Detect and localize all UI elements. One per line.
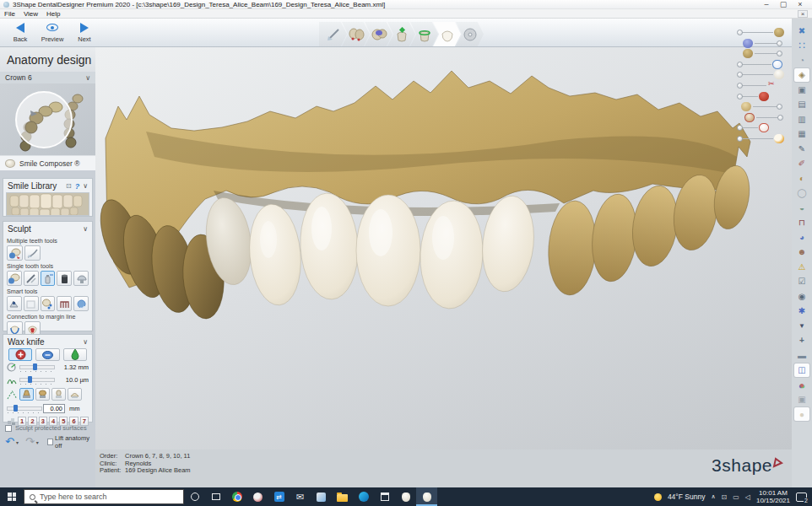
preview-button[interactable]: Preview	[37, 21, 68, 45]
stamp-style-1-button[interactable]	[19, 388, 34, 401]
volume-icon[interactable]: ◁	[745, 493, 750, 501]
snapshot-icon[interactable]: ◉	[794, 289, 809, 303]
rotate-view-icon[interactable]: ◔	[794, 53, 809, 67]
layer-slider-situ-scan[interactable]	[733, 48, 787, 59]
teamviewer-button[interactable]: ⇄	[268, 487, 290, 506]
white-tooth-icon[interactable]: ●	[794, 407, 809, 421]
stamp-style-2-button[interactable]	[35, 388, 50, 401]
layer-slider-gingiva-scan[interactable]	[733, 101, 787, 112]
multi-knife-tool[interactable]	[24, 245, 41, 261]
wax-remove-button[interactable]	[35, 348, 59, 361]
layout-single-icon[interactable]: ▣	[794, 83, 809, 96]
draw-margin-icon[interactable]: ✎	[794, 142, 809, 155]
library-preview-icon[interactable]: ⊡	[66, 182, 72, 190]
texture-globe-icon[interactable]: ✱	[794, 304, 809, 318]
collapse-panel-icon[interactable]: ▼	[794, 319, 809, 332]
single-tooth-view-icon[interactable]: ◯	[794, 186, 809, 200]
bridge-icon[interactable]: ⊓	[794, 216, 809, 229]
back-button[interactable]: Back	[5, 21, 35, 45]
restore-button[interactable]: ▢	[775, 0, 792, 8]
dental-tool-button[interactable]	[395, 487, 416, 506]
edit-margin-icon[interactable]: ✐	[794, 157, 809, 170]
notification-button[interactable]: 2	[796, 493, 807, 502]
redo-dropdown-icon[interactable]: ▾	[36, 439, 39, 445]
dome-tool[interactable]	[73, 271, 89, 286]
taskbar-clock[interactable]: 10:01 AM 10/15/2021	[756, 489, 790, 504]
feedback-hub-button[interactable]	[311, 487, 332, 506]
arch-overview[interactable]	[0, 83, 95, 155]
fit-view-icon[interactable]: ∷	[794, 39, 809, 52]
smart-stamp-tool[interactable]	[7, 296, 22, 311]
menu-view[interactable]: View	[24, 10, 38, 18]
camera-disabled-icon[interactable]: ▣	[794, 393, 809, 406]
layer-slider-antagonist-scan[interactable]	[733, 38, 787, 49]
sculpt-collapse-icon[interactable]: ∨	[83, 225, 88, 233]
cortana-button[interactable]	[184, 487, 205, 506]
layout-grid-icon[interactable]: ▦	[794, 127, 809, 141]
layer-slider-anatomy-layer[interactable]	[733, 133, 787, 144]
lift-anatomy-checkbox[interactable]	[47, 439, 53, 445]
network-icon[interactable]: ⊡	[722, 493, 728, 501]
spray-tool[interactable]	[41, 271, 56, 286]
tooth-scan-icon[interactable]: ◒	[794, 201, 809, 214]
weather-text[interactable]: 44°F Sunny	[668, 493, 706, 501]
approve-icon[interactable]: ☑	[794, 275, 809, 288]
multi-transform-tool[interactable]	[7, 245, 23, 261]
menu-help[interactable]: Help	[46, 10, 60, 18]
clipping-plane-icon[interactable]: ▬	[794, 348, 809, 362]
wax-add-button[interactable]	[8, 348, 32, 361]
layer-slider-cut-scan[interactable]: ✂	[733, 80, 787, 91]
dental-designer-button[interactable]	[416, 487, 437, 506]
document-close-button[interactable]: ×	[798, 10, 808, 18]
layer-slider-pre-preparation[interactable]	[733, 59, 787, 70]
patient-photo-icon[interactable]: ☻	[794, 245, 809, 259]
smooth-slider-handle[interactable]	[28, 376, 32, 383]
tray-expand-icon[interactable]: ∧	[711, 493, 715, 500]
layer-slider-neighbor-teeth[interactable]	[733, 69, 787, 80]
smart-gate-tool[interactable]	[57, 296, 72, 311]
wax-smooth-button[interactable]	[63, 348, 87, 361]
layer-slider-crown-outline[interactable]	[733, 122, 787, 133]
smooth-slider[interactable]	[19, 376, 53, 385]
edge-button[interactable]	[353, 487, 374, 506]
3d-viewport[interactable]	[95, 47, 792, 449]
attachment-tool[interactable]	[57, 271, 72, 286]
teeth-paint-icon[interactable]: ◕	[794, 230, 809, 244]
task-view-button[interactable]	[205, 487, 226, 506]
display-icon[interactable]: ▭	[733, 493, 739, 501]
library-collapse-icon[interactable]: ∨	[83, 182, 88, 190]
close-view-icon[interactable]: ✖	[794, 24, 809, 37]
offset-slider[interactable]	[7, 405, 41, 413]
radius-slider[interactable]	[19, 363, 53, 372]
wax-knife-collapse-icon[interactable]: ∨	[83, 338, 88, 346]
start-button[interactable]	[0, 487, 24, 506]
layout-columns-icon[interactable]: ▥	[794, 112, 809, 126]
chrome-button[interactable]	[226, 487, 247, 506]
select-tooth-icon[interactable]: ◈	[794, 68, 809, 82]
layer-slider-wax-up-scan[interactable]	[733, 112, 787, 123]
redo-button[interactable]: ↷	[25, 437, 35, 447]
compare-view-icon[interactable]: ◫	[794, 363, 809, 377]
wax-knife-tool[interactable]	[24, 271, 39, 286]
radius-slider-handle[interactable]	[33, 363, 37, 370]
undo-dropdown-icon[interactable]: ▾	[16, 439, 19, 445]
smart-blank-tool[interactable]	[24, 296, 39, 311]
offset-slider-handle[interactable]	[14, 405, 18, 412]
smile-library-teeth-image[interactable]	[6, 192, 89, 216]
wax-teeth-icon[interactable]: ◐	[794, 171, 809, 185]
layout-split-icon[interactable]: ▤	[794, 98, 809, 111]
offset-input[interactable]	[43, 404, 65, 413]
menu-file[interactable]: File	[4, 10, 15, 18]
close-button[interactable]: ×	[792, 0, 809, 8]
smart-globe-tool[interactable]	[73, 296, 89, 311]
workflow-step-scan-prepare[interactable]	[319, 22, 347, 46]
warning-tooth-icon[interactable]: ⚠	[794, 260, 809, 273]
layer-slider-preparation-scan[interactable]	[733, 27, 787, 38]
layer-slider-die-model[interactable]	[733, 91, 787, 102]
taskbar-search[interactable]: Type here to search	[24, 489, 184, 504]
stamp-style-4-button[interactable]	[68, 388, 82, 401]
sculpt-protected-checkbox[interactable]	[5, 425, 12, 432]
library-help-icon[interactable]: ?	[75, 182, 80, 191]
mail-button[interactable]: ✉	[290, 487, 311, 506]
smile-composer-item[interactable]: Smile Composer ®	[0, 155, 95, 170]
